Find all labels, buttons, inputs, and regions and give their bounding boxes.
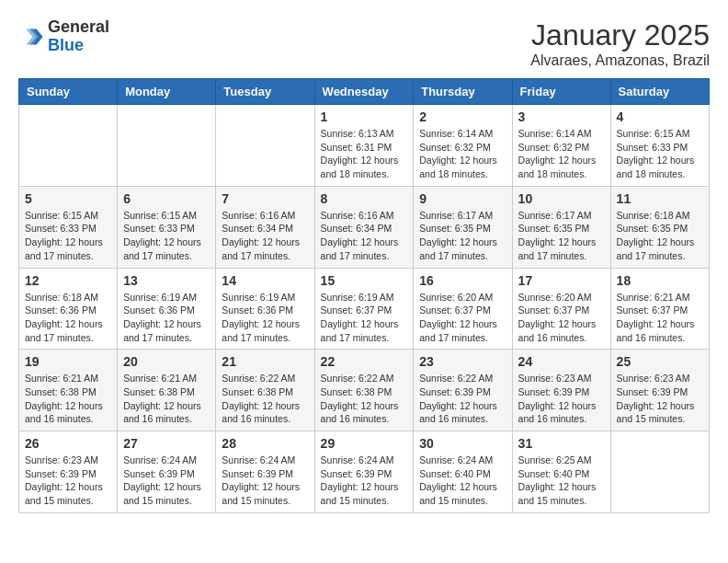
logo-blue-text: Blue (48, 37, 109, 55)
calendar-cell: 29Sunrise: 6:24 AM Sunset: 6:39 PM Dayli… (314, 431, 414, 513)
day-number: 25 (617, 354, 703, 369)
day-info: Sunrise: 6:21 AM Sunset: 6:38 PM Dayligh… (25, 372, 111, 426)
calendar-cell: 26Sunrise: 6:23 AM Sunset: 6:39 PM Dayli… (19, 431, 118, 513)
calendar-cell: 8Sunrise: 6:16 AM Sunset: 6:34 PM Daylig… (314, 186, 414, 268)
day-number: 1 (321, 109, 408, 124)
general-blue-icon (18, 24, 44, 50)
day-number: 6 (123, 191, 210, 206)
title-block: January 2025 Alvaraes, Amazonas, Brazil (530, 18, 710, 69)
calendar-table: SundayMondayTuesdayWednesdayThursdayFrid… (18, 78, 710, 513)
day-number: 23 (419, 354, 506, 369)
day-info: Sunrise: 6:21 AM Sunset: 6:38 PM Dayligh… (123, 372, 210, 426)
calendar-cell: 24Sunrise: 6:23 AM Sunset: 6:39 PM Dayli… (512, 350, 610, 431)
day-info: Sunrise: 6:24 AM Sunset: 6:39 PM Dayligh… (321, 454, 408, 508)
day-info: Sunrise: 6:23 AM Sunset: 6:39 PM Dayligh… (25, 454, 111, 508)
day-number: 27 (123, 436, 210, 451)
calendar-cell: 31Sunrise: 6:25 AM Sunset: 6:40 PM Dayli… (512, 431, 610, 513)
calendar-cell: 10Sunrise: 6:17 AM Sunset: 6:35 PM Dayli… (512, 186, 610, 268)
calendar-cell: 12Sunrise: 6:18 AM Sunset: 6:36 PM Dayli… (19, 268, 118, 350)
calendar-cell (118, 105, 216, 187)
day-info: Sunrise: 6:19 AM Sunset: 6:37 PM Dayligh… (321, 291, 408, 345)
day-number: 4 (617, 109, 703, 124)
logo: General Blue (18, 18, 109, 55)
day-of-week-header: Saturday (610, 79, 709, 105)
calendar-cell: 16Sunrise: 6:20 AM Sunset: 6:37 PM Dayli… (414, 268, 512, 350)
calendar-cell: 1Sunrise: 6:13 AM Sunset: 6:31 PM Daylig… (314, 105, 414, 187)
day-info: Sunrise: 6:22 AM Sunset: 6:38 PM Dayligh… (321, 372, 408, 426)
day-number: 15 (321, 273, 408, 288)
day-info: Sunrise: 6:18 AM Sunset: 6:35 PM Dayligh… (617, 209, 703, 263)
day-info: Sunrise: 6:25 AM Sunset: 6:40 PM Dayligh… (518, 454, 605, 508)
day-info: Sunrise: 6:15 AM Sunset: 6:33 PM Dayligh… (25, 209, 111, 263)
day-number: 12 (25, 273, 111, 288)
calendar-cell: 25Sunrise: 6:23 AM Sunset: 6:39 PM Dayli… (610, 350, 709, 431)
calendar-header-row: SundayMondayTuesdayWednesdayThursdayFrid… (19, 79, 710, 105)
day-number: 30 (419, 436, 506, 451)
day-number: 14 (222, 273, 308, 288)
calendar-cell: 13Sunrise: 6:19 AM Sunset: 6:36 PM Dayli… (118, 268, 216, 350)
day-info: Sunrise: 6:15 AM Sunset: 6:33 PM Dayligh… (617, 127, 703, 181)
calendar-cell: 18Sunrise: 6:21 AM Sunset: 6:37 PM Dayli… (610, 268, 709, 350)
logo-general-text: General (48, 18, 109, 37)
day-info: Sunrise: 6:19 AM Sunset: 6:36 PM Dayligh… (123, 291, 210, 345)
calendar-cell: 21Sunrise: 6:22 AM Sunset: 6:38 PM Dayli… (216, 350, 314, 431)
calendar-cell: 28Sunrise: 6:24 AM Sunset: 6:39 PM Dayli… (216, 431, 314, 513)
location-subtitle: Alvaraes, Amazonas, Brazil (530, 52, 710, 69)
calendar-cell (610, 431, 709, 513)
day-info: Sunrise: 6:24 AM Sunset: 6:40 PM Dayligh… (419, 454, 506, 508)
day-info: Sunrise: 6:23 AM Sunset: 6:39 PM Dayligh… (617, 372, 703, 426)
day-number: 11 (617, 191, 703, 206)
day-number: 10 (518, 191, 605, 206)
calendar-cell: 9Sunrise: 6:17 AM Sunset: 6:35 PM Daylig… (414, 186, 512, 268)
day-number: 13 (123, 273, 210, 288)
day-info: Sunrise: 6:13 AM Sunset: 6:31 PM Dayligh… (321, 127, 408, 181)
calendar-cell: 7Sunrise: 6:16 AM Sunset: 6:34 PM Daylig… (216, 186, 314, 268)
day-info: Sunrise: 6:22 AM Sunset: 6:38 PM Dayligh… (222, 372, 308, 426)
day-number: 17 (518, 273, 605, 288)
calendar-week-row: 1Sunrise: 6:13 AM Sunset: 6:31 PM Daylig… (19, 105, 710, 187)
day-info: Sunrise: 6:19 AM Sunset: 6:36 PM Dayligh… (222, 291, 308, 345)
calendar-cell: 2Sunrise: 6:14 AM Sunset: 6:32 PM Daylig… (414, 105, 512, 187)
day-number: 18 (617, 273, 703, 288)
day-info: Sunrise: 6:14 AM Sunset: 6:32 PM Dayligh… (419, 127, 506, 181)
day-number: 16 (419, 273, 506, 288)
day-number: 19 (25, 354, 111, 369)
day-number: 31 (518, 436, 605, 451)
calendar-cell: 4Sunrise: 6:15 AM Sunset: 6:33 PM Daylig… (610, 105, 709, 187)
day-info: Sunrise: 6:15 AM Sunset: 6:33 PM Dayligh… (123, 209, 210, 263)
calendar-week-row: 5Sunrise: 6:15 AM Sunset: 6:33 PM Daylig… (19, 186, 710, 268)
calendar-cell: 3Sunrise: 6:14 AM Sunset: 6:32 PM Daylig… (512, 105, 610, 187)
calendar-cell: 22Sunrise: 6:22 AM Sunset: 6:38 PM Dayli… (314, 350, 414, 431)
calendar-cell: 27Sunrise: 6:24 AM Sunset: 6:39 PM Dayli… (118, 431, 216, 513)
calendar-cell: 17Sunrise: 6:20 AM Sunset: 6:37 PM Dayli… (512, 268, 610, 350)
calendar-cell: 15Sunrise: 6:19 AM Sunset: 6:37 PM Dayli… (314, 268, 414, 350)
day-info: Sunrise: 6:20 AM Sunset: 6:37 PM Dayligh… (419, 291, 506, 345)
day-of-week-header: Thursday (414, 79, 512, 105)
day-info: Sunrise: 6:22 AM Sunset: 6:39 PM Dayligh… (419, 372, 506, 426)
calendar-cell (216, 105, 314, 187)
day-info: Sunrise: 6:20 AM Sunset: 6:37 PM Dayligh… (518, 291, 605, 345)
calendar-week-row: 12Sunrise: 6:18 AM Sunset: 6:36 PM Dayli… (19, 268, 710, 350)
day-info: Sunrise: 6:16 AM Sunset: 6:34 PM Dayligh… (222, 209, 308, 263)
calendar-week-row: 26Sunrise: 6:23 AM Sunset: 6:39 PM Dayli… (19, 431, 710, 513)
day-number: 21 (222, 354, 308, 369)
page-header: General Blue January 2025 Alvaraes, Amaz… (18, 18, 710, 69)
day-of-week-header: Monday (118, 79, 216, 105)
day-number: 8 (321, 191, 408, 206)
day-of-week-header: Sunday (19, 79, 118, 105)
month-title: January 2025 (530, 18, 710, 52)
calendar-cell: 14Sunrise: 6:19 AM Sunset: 6:36 PM Dayli… (216, 268, 314, 350)
day-number: 20 (123, 354, 210, 369)
day-info: Sunrise: 6:17 AM Sunset: 6:35 PM Dayligh… (518, 209, 605, 263)
day-number: 26 (25, 436, 111, 451)
day-of-week-header: Wednesday (314, 79, 414, 105)
calendar-cell: 19Sunrise: 6:21 AM Sunset: 6:38 PM Dayli… (19, 350, 118, 431)
calendar-cell: 11Sunrise: 6:18 AM Sunset: 6:35 PM Dayli… (610, 186, 709, 268)
calendar-cell: 20Sunrise: 6:21 AM Sunset: 6:38 PM Dayli… (118, 350, 216, 431)
day-number: 2 (419, 109, 506, 124)
day-number: 29 (321, 436, 408, 451)
calendar-cell: 6Sunrise: 6:15 AM Sunset: 6:33 PM Daylig… (118, 186, 216, 268)
day-info: Sunrise: 6:14 AM Sunset: 6:32 PM Dayligh… (518, 127, 605, 181)
day-info: Sunrise: 6:21 AM Sunset: 6:37 PM Dayligh… (617, 291, 703, 345)
day-number: 9 (419, 191, 506, 206)
